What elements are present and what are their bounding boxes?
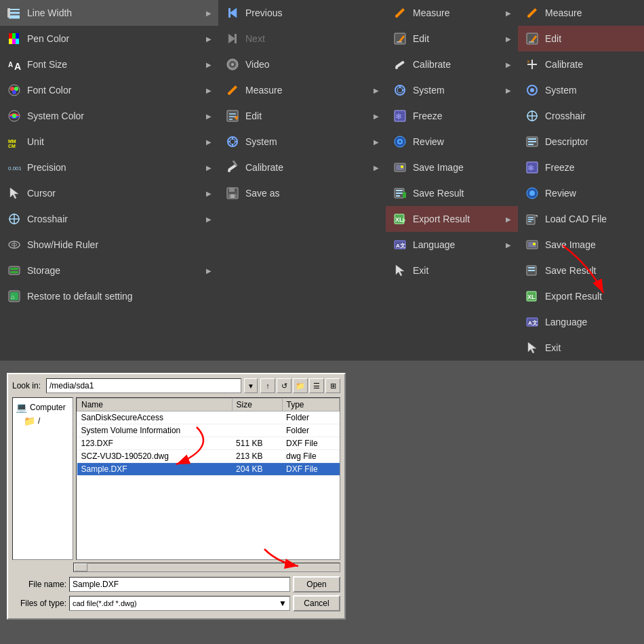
menu-item-language3[interactable]: A文 Language ▶ <box>386 232 518 258</box>
tree-item-computer[interactable]: 💻 Computer <box>16 401 70 414</box>
svg-text:0.001: 0.001 <box>8 165 21 172</box>
nav-refresh-icon[interactable]: ↺ <box>277 378 291 393</box>
svg-point-76 <box>399 140 401 143</box>
open-button[interactable]: Open <box>293 576 340 592</box>
filetype-combo[interactable]: cad file(*.dxf *.dwg) ▼ <box>69 596 290 611</box>
menu-item-calibrate[interactable]: Calibrate ▶ <box>218 155 386 180</box>
menu-item-calibrate3-label: Calibrate <box>413 59 500 70</box>
svg-rect-123 <box>528 270 535 271</box>
menu-item-measure3[interactable]: Measure ▶ <box>386 0 518 26</box>
menu-item-crosshair[interactable]: Crosshair ▶ <box>0 206 218 232</box>
path-dropdown-btn[interactable]: ▼ <box>244 378 258 393</box>
menu-item-show-hide-ruler[interactable]: Show/Hide Ruler <box>0 232 218 258</box>
menu-item-edit3[interactable]: Edit ▶ <box>386 26 518 52</box>
arrow-icon: ▶ <box>374 113 379 120</box>
view-detail-icon[interactable]: ⊞ <box>325 378 340 393</box>
menu-item-system[interactable]: System ▶ <box>218 129 386 155</box>
menu-item-load-cad4[interactable]: Load CAD File <box>518 206 644 232</box>
menu-item-measure[interactable]: Measure ▶ <box>218 77 386 103</box>
measure4-icon <box>525 5 540 20</box>
table-row[interactable]: Sample.DXF204 KBDXF File <box>77 463 340 476</box>
menu-item-edit3-label: Edit <box>413 33 500 44</box>
table-row[interactable]: 123.DXF511 KBDXF File <box>77 437 340 450</box>
svg-rect-117 <box>528 221 531 222</box>
view-list-icon[interactable]: ☰ <box>309 378 324 393</box>
menu-item-unit-label: Unit <box>27 136 201 147</box>
menu-item-cursor[interactable]: Cursor ▶ <box>0 180 218 206</box>
table-row[interactable]: System Volume InformationFolder <box>77 424 340 437</box>
cancel-button[interactable]: Cancel <box>293 595 340 611</box>
menu-item-save-image4[interactable]: Save Image <box>518 232 644 258</box>
menu-item-calibrate4[interactable]: ✕ Calibrate <box>518 52 644 77</box>
menu-item-cursor-label: Cursor <box>27 188 201 199</box>
menu-item-language4[interactable]: A文 Language <box>518 309 644 335</box>
menu-item-system-color[interactable]: System Color ▶ <box>0 103 218 129</box>
menu-item-restore-default[interactable]: ⌂ Restore to default setting <box>0 283 218 309</box>
menu-item-next[interactable]: Next <box>218 26 386 52</box>
menu-item-save-as[interactable]: Save as <box>218 180 386 206</box>
menu-item-font-size[interactable]: A A Font Size ▶ <box>0 52 218 77</box>
menu-item-review3[interactable]: Review <box>386 129 518 155</box>
menu-item-font-color[interactable]: Font Color ▶ <box>0 77 218 103</box>
new-folder-icon[interactable]: 📁 <box>293 378 308 393</box>
precision-icon: 0.001 <box>7 160 22 175</box>
menu-item-measure4[interactable]: Measure <box>518 0 644 26</box>
menu-item-previous[interactable]: Previous <box>218 0 386 26</box>
menu-item-save-image3[interactable]: Save Image <box>386 155 518 180</box>
menu-item-freeze3[interactable]: ❄ Freeze <box>386 103 518 129</box>
menu-item-line-width[interactable]: Line Width ▶ <box>0 0 218 26</box>
menu-item-crosshair4[interactable]: Crosshair <box>518 103 644 129</box>
menu-item-unit[interactable]: MM CM Unit ▶ <box>0 129 218 155</box>
calibrate-icon <box>225 160 240 175</box>
menu-item-font-color-label: Font Color <box>27 85 201 96</box>
col-name[interactable]: Name <box>77 399 233 411</box>
col-size[interactable]: Size <box>232 399 282 411</box>
svg-rect-58 <box>229 188 235 192</box>
svg-point-14 <box>14 87 18 91</box>
menu-item-system3[interactable]: System ▶ <box>386 77 518 103</box>
menu-item-calibrate3[interactable]: Calibrate ▶ <box>386 52 518 77</box>
path-combo[interactable]: /media/sda1 <box>46 378 241 393</box>
menu-item-descriptor4[interactable]: Descriptor <box>518 129 644 155</box>
cell-size <box>232 411 282 424</box>
table-row[interactable]: SanDiskSecureAccessFolder <box>77 411 340 424</box>
save-image3-icon <box>393 160 407 175</box>
edit-icon <box>225 108 240 123</box>
filename-row: File name: Open <box>12 576 340 592</box>
menu-item-save-image3-label: Save Image <box>413 162 511 173</box>
menu-item-export-result3[interactable]: XL Export Result ▶ <box>386 206 518 232</box>
menu-item-review4[interactable]: Review <box>518 180 644 206</box>
menu-item-freeze4[interactable]: ❄ Freeze <box>518 155 644 180</box>
ruler-icon <box>7 237 22 252</box>
menu-item-save-result4[interactable]: Save Result <box>518 258 644 283</box>
table-row[interactable]: SCZ-VU3D-190520.dwg213 KBdwg File <box>77 450 340 463</box>
svg-rect-81 <box>396 190 403 191</box>
menu-item-precision[interactable]: 0.001 Precision ▶ <box>0 155 218 180</box>
path-value: /media/sda1 <box>49 381 94 390</box>
arrow-icon: ▶ <box>506 35 511 43</box>
filename-input[interactable] <box>69 577 290 592</box>
menu-item-exit3[interactable]: Exit <box>386 258 518 283</box>
menu-item-save-result3[interactable]: Save Result <box>386 180 518 206</box>
arrow-icon: ▶ <box>206 35 212 43</box>
menu-item-edit4[interactable]: Edit <box>518 26 644 52</box>
menu-item-export-result4[interactable]: XL Export Result <box>518 283 644 309</box>
col-type[interactable]: Type <box>282 399 339 411</box>
menu-item-pen-color[interactable]: Pen Color ▶ <box>0 26 218 52</box>
nav-up-icon[interactable]: ↑ <box>260 378 275 393</box>
menu-item-edit[interactable]: Edit ▶ <box>218 103 386 129</box>
svg-marker-114 <box>535 215 538 218</box>
menu-item-system-color-label: System Color <box>27 110 201 121</box>
menu-item-crosshair-label: Crosshair <box>27 214 201 224</box>
menu-item-storage[interactable]: Storage ▶ <box>0 258 218 283</box>
tree-item-root[interactable]: 📁 / <box>16 414 70 428</box>
menu-item-load-cad4-label: Load CAD File <box>545 214 637 224</box>
menu-item-video[interactable]: Video <box>218 52 386 77</box>
svg-rect-37 <box>235 34 237 43</box>
scroll-thumb[interactable] <box>74 563 87 571</box>
menu-item-exit4[interactable]: Exit <box>518 335 644 361</box>
tree-item-root-label: / <box>38 416 40 426</box>
menu-item-system-label: System <box>245 136 368 147</box>
hscrollbar[interactable] <box>73 563 340 572</box>
menu-item-system4[interactable]: System <box>518 77 644 103</box>
